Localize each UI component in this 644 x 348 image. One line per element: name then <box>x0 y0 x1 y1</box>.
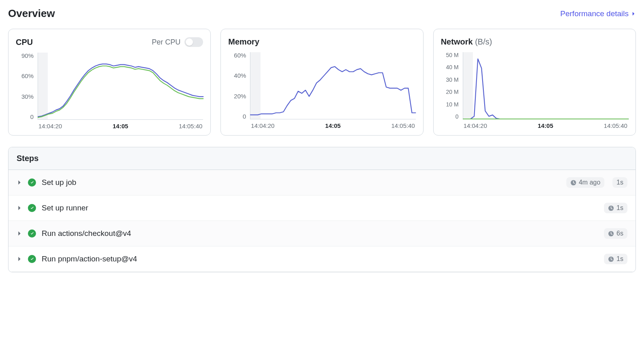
network-x-ticks: 14:04:20 14:05 14:05:40 <box>463 122 628 129</box>
page-title: Overview <box>8 7 55 20</box>
clock-icon <box>570 180 576 186</box>
step-row[interactable]: Run actions/checkout@v46s <box>8 221 636 246</box>
cpu-x-ticks: 14:04:20 14:05 14:05:40 <box>38 123 203 129</box>
step-name: Run actions/checkout@v4 <box>42 229 596 238</box>
clock-icon <box>608 231 614 237</box>
network-chart-svg <box>463 52 628 119</box>
status-success-icon <box>28 229 36 238</box>
step-duration: 1s <box>612 177 627 188</box>
performance-details-label: Performance details <box>560 9 629 18</box>
steps-header: Steps <box>8 147 636 170</box>
step-duration: 1s <box>604 254 627 264</box>
network-y-ticks: 50 M 40 M 30 M 20 M 10 M 0 <box>441 52 461 119</box>
cpu-chart-svg <box>38 53 203 119</box>
step-row[interactable]: Run pnpm/action-setup@v41s <box>8 246 636 272</box>
status-success-icon <box>28 204 36 212</box>
cpu-y-ticks: 90% 60% 30% 0 <box>16 53 36 120</box>
step-duration: 1s <box>604 203 627 213</box>
memory-y-ticks: 60% 40% 20% 0 <box>228 52 248 119</box>
status-success-icon <box>28 178 36 187</box>
cpu-card: CPU Per CPU 90% 60% 30% 0 14:04:20 14:05… <box>8 29 211 136</box>
performance-details-link[interactable]: Performance details <box>560 9 636 18</box>
step-name: Set up job <box>42 178 558 187</box>
chevron-right-icon <box>17 256 22 262</box>
network-card-title: Network (B/s) <box>441 37 492 47</box>
cpu-plot: 90% 60% 30% 0 14:04:20 14:05 14:05:40 <box>16 53 203 129</box>
network-card: Network (B/s) 50 M 40 M 30 M 20 M 10 M 0… <box>433 29 636 136</box>
clock-icon <box>608 205 614 211</box>
steps-panel: Steps Set up job4m ago1sSet up runner1sR… <box>8 147 636 272</box>
charts-row: CPU Per CPU 90% 60% 30% 0 14:04:20 14:05… <box>8 29 636 136</box>
memory-card: Memory 60% 40% 20% 0 14:04:20 14:05 14:0… <box>220 29 423 136</box>
step-duration: 6s <box>604 228 627 239</box>
memory-card-title: Memory <box>228 37 259 47</box>
step-relative-time: 4m ago <box>566 177 604 188</box>
memory-chart-svg <box>250 52 415 119</box>
chevron-right-icon <box>17 231 22 236</box>
memory-plot: 60% 40% 20% 0 14:04:20 14:05 14:05:40 <box>228 52 415 129</box>
step-name: Run pnpm/action-setup@v4 <box>42 255 596 263</box>
clock-icon <box>608 256 614 262</box>
per-cpu-toggle-label: Per CPU <box>152 38 180 47</box>
network-plot: 50 M 40 M 30 M 20 M 10 M 0 14:04:20 14:0… <box>441 52 628 129</box>
step-row[interactable]: Set up job4m ago1s <box>8 170 636 195</box>
cpu-card-title: CPU <box>16 38 33 47</box>
memory-x-ticks: 14:04:20 14:05 14:05:40 <box>250 122 415 129</box>
per-cpu-toggle[interactable] <box>184 37 203 47</box>
chevron-right-icon <box>17 205 22 211</box>
status-success-icon <box>28 255 36 263</box>
chevron-right-icon <box>631 11 636 16</box>
overview-header: Overview Performance details <box>8 7 636 20</box>
steps-body: Set up job4m ago1sSet up runner1sRun act… <box>8 170 636 272</box>
step-row[interactable]: Set up runner1s <box>8 195 636 221</box>
step-name: Set up runner <box>42 204 596 212</box>
chevron-right-icon <box>17 180 22 185</box>
